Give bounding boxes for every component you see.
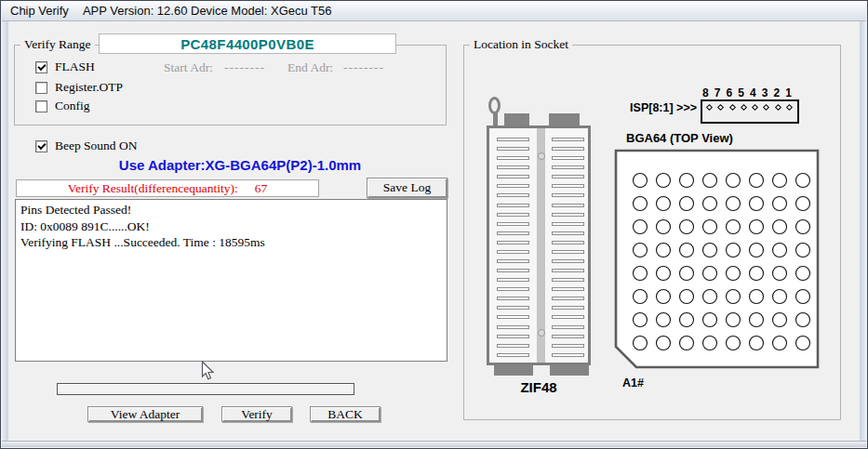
zif-tab [549,113,580,126]
zif-slot [497,306,529,310]
bga-ball [750,220,764,234]
zif-screw-hole [538,152,545,160]
zif-slot [497,156,529,160]
bga-ball [796,244,810,258]
bga-ball [727,337,741,350]
bga-ball [750,267,764,281]
zif-slot [497,165,529,169]
bga-ball [773,290,787,304]
zif-slot [552,231,584,235]
bga-package [613,149,821,371]
bga-ball [703,267,717,281]
isp-pin-number: 3 [762,86,768,99]
bga-ball [634,267,648,281]
zif-slot [497,147,529,151]
isp-pin-number: 4 [750,86,756,99]
isp-header-label: ISP[8:1] >>> [606,101,697,114]
zif-slot [497,278,529,282]
checkbox-label: Beep Sound ON [55,139,138,153]
zif-slot [552,278,584,282]
end-adr-label: End Adr: [287,60,333,75]
zif-slot [497,335,529,338]
start-adr-value: -------- [224,60,265,75]
zif-slot [552,344,584,348]
window-version-info: APP Version: 12.60 Device Model: XGecu T… [83,4,332,18]
a1-label: A1# [622,376,644,390]
bga-ball [634,197,648,211]
zif-slot [552,184,584,188]
zif-center-strip [537,128,545,363]
bga-ball [750,174,764,188]
zif-tab [504,113,529,126]
bga-ball [796,313,810,327]
zif-slot [497,241,529,244]
chip-verify-window: Chip Verify APP Version: 12.60 Device Mo… [0,0,868,449]
bga-ball [796,174,810,188]
isp-pin-number: 5 [738,86,744,99]
bga-ball [773,313,787,327]
verify-result-box: Verify Result(differencequantity): 67 [16,179,319,197]
bga-ball [750,197,764,211]
chip-name-display: PC48F4400P0VB0E [99,33,396,54]
bga-ball [773,220,787,234]
bga-ball [703,313,717,327]
isp-pin-hole [752,104,758,111]
isp-pin-hole [786,104,793,111]
bga-ball [796,337,810,350]
location-group-label: Location in Socket [470,37,572,52]
bga-ball [727,313,741,327]
bga-ball [680,220,694,234]
zif-slot-column-left [497,138,529,357]
zif-slot [497,184,529,188]
zif-slot [497,213,529,217]
back-button[interactable]: BACK [310,406,381,422]
verify-button[interactable]: Verify [221,406,292,422]
isp-pin-number: 2 [774,86,781,99]
config-checkbox[interactable]: Config [35,99,90,113]
bga-ball [657,290,671,304]
flash-checkbox[interactable]: FLASH [35,59,95,74]
isp-pin-number: 1 [785,86,792,99]
zif-slot [552,213,584,217]
zif-slot [497,259,529,263]
checkbox-label: Register.OTP [55,80,123,95]
zif-slot [497,325,529,329]
bga-ball [750,244,764,258]
beep-sound-checkbox[interactable]: Beep Sound ON [35,139,138,153]
checkbox-box [35,61,47,73]
zif-slot [552,353,584,357]
zif-slot [497,269,529,272]
register-otp-checkbox[interactable]: Register.OTP [35,80,123,95]
bga-ball [703,220,717,234]
zif-slot [552,156,584,160]
bga-ball [634,290,648,304]
verify-range-group-label: Verify Range [20,37,95,52]
zif-label: ZIF48 [487,379,591,395]
save-log-button[interactable]: Save Log [367,178,447,198]
bga-ball [773,197,787,211]
zif-slot [552,269,584,272]
zif-slot [552,335,584,338]
zif-slot [497,193,529,197]
zif-slot [552,250,584,254]
zif-slot [497,297,529,300]
bga-ball [703,337,717,350]
isp-pin-hole [775,104,781,111]
isp-pin-number: 7 [714,86,721,99]
bga-ball [750,290,764,304]
bga-ball [750,337,764,350]
isp-pin-number: 8 [702,86,709,99]
bga-ball [703,290,717,304]
bga-ball [773,337,787,350]
verify-result-value: 67 [255,181,268,196]
zif-slot [497,222,529,226]
bga-ball [703,197,717,211]
zif-slot [552,147,584,151]
mouse-cursor-icon [201,361,215,381]
zif-slot [552,241,584,244]
isp-pin-number: 6 [727,86,733,99]
log-line: ID: 0x0089 891C......OK! [20,218,442,235]
log-area[interactable]: Pins Detected Passed! ID: 0x0089 891C...… [15,199,447,362]
bga-ball [680,244,694,258]
view-adapter-button[interactable]: View Adapter [87,406,203,422]
